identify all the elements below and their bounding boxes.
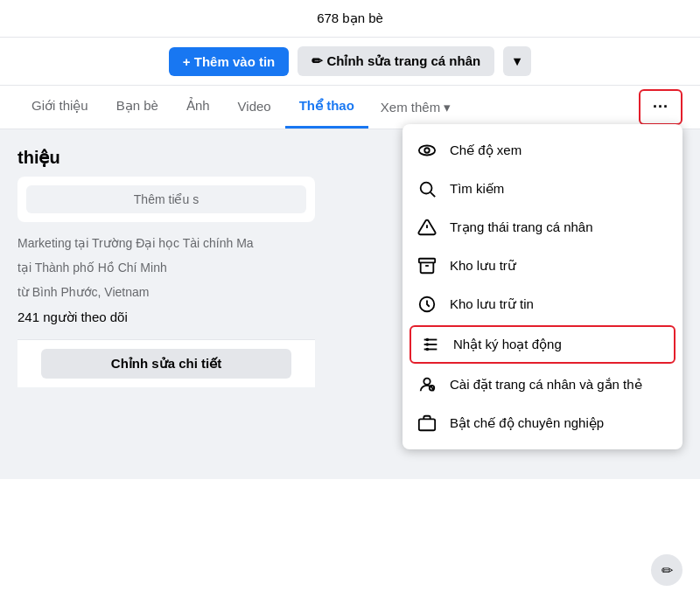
svg-point-12 bbox=[426, 339, 428, 341]
svg-line-3 bbox=[430, 192, 435, 197]
tab-ban-be[interactable]: Bạn bè bbox=[102, 86, 172, 129]
dropdown-label-trang-thai: Trạng thái trang cá nhân bbox=[450, 219, 593, 235]
svg-point-15 bbox=[424, 379, 430, 385]
dropdown-item-bat-che-do[interactable]: Bật chế độ chuyên nghiệp bbox=[402, 404, 682, 442]
briefcase-icon bbox=[416, 413, 438, 434]
nav-tabs: Giới thiệu Bạn bè Ảnh Video Thể thao Xem… bbox=[0, 86, 700, 129]
tab-video[interactable]: Video bbox=[224, 87, 285, 129]
archive-icon bbox=[416, 255, 438, 276]
add-to-story-button[interactable]: + Thêm vào tin bbox=[169, 47, 289, 76]
tab-the-thao[interactable]: Thể thao bbox=[285, 86, 368, 129]
info-item-1: tại Thành phố Hồ Chí Minh bbox=[18, 255, 315, 280]
left-panel: thiệu Thêm tiểu s Marketing tại Trường Đ… bbox=[18, 147, 315, 462]
warning-icon bbox=[416, 217, 438, 238]
add-bio-placeholder[interactable]: Thêm tiểu s bbox=[26, 185, 306, 213]
activity-log-icon bbox=[420, 334, 441, 355]
dropdown-menu: Chế độ xem Tìm kiếm Trạng thái trang cá … bbox=[402, 124, 682, 449]
svg-point-14 bbox=[426, 349, 428, 351]
tab-gioi-thieu[interactable]: Giới thiệu bbox=[18, 86, 102, 129]
settings-tag-icon bbox=[416, 374, 438, 395]
svg-point-1 bbox=[424, 148, 430, 153]
svg-point-0 bbox=[419, 146, 435, 156]
edit-details-button[interactable]: Chỉnh sửa chi tiết bbox=[41, 349, 291, 379]
dropdown-item-cai-dat[interactable]: Cài đặt trang cá nhân và gắn thẻ bbox=[402, 365, 682, 404]
pencil-icon: ✏ bbox=[662, 562, 673, 579]
dropdown-item-trang-thai[interactable]: Trạng thái trang cá nhân bbox=[402, 208, 682, 247]
dropdown-label-tim-kiem: Tìm kiếm bbox=[450, 181, 504, 197]
dropdown-item-kho-luu-tru[interactable]: Kho lưu trữ bbox=[402, 247, 682, 285]
edit-corner-button[interactable]: ✏ bbox=[651, 554, 682, 586]
svg-rect-6 bbox=[419, 259, 435, 263]
info-item-2: từ Bình Phước, Vietnam bbox=[18, 280, 315, 304]
tab-anh[interactable]: Ảnh bbox=[172, 86, 224, 129]
eye-icon bbox=[416, 140, 438, 161]
more-actions-dropdown-button[interactable]: ▾ bbox=[503, 46, 531, 76]
dropdown-item-tim-kiem[interactable]: Tìm kiếm bbox=[402, 170, 682, 208]
dropdown-item-nhat-ky[interactable]: Nhật ký hoạt động bbox=[410, 325, 676, 364]
dropdown-label-kho-luu-tru-tin: Kho lưu trữ tin bbox=[450, 296, 534, 312]
top-bar: 678 bạn bè bbox=[0, 0, 700, 38]
clock-archive-icon bbox=[416, 294, 438, 315]
edit-bar: Chỉnh sửa chi tiết bbox=[18, 339, 315, 387]
svg-point-13 bbox=[426, 344, 428, 345]
search-icon bbox=[416, 178, 438, 199]
info-item-0: Marketing tại Trường Đại học Tài chính M… bbox=[18, 231, 315, 255]
add-bio-box: Thêm tiểu s bbox=[18, 177, 315, 222]
dropdown-item-kho-luu-tru-tin[interactable]: Kho lưu trữ tin bbox=[402, 285, 682, 323]
info-item-followers: 241 người theo dõi bbox=[18, 304, 315, 330]
page-wrapper: 678 bạn bè + Thêm vào tin ✏ Chỉnh sửa tr… bbox=[0, 0, 700, 612]
dropdown-label-nhat-ky: Nhật ký hoạt động bbox=[453, 337, 562, 352]
svg-rect-21 bbox=[419, 419, 435, 430]
svg-point-2 bbox=[421, 183, 432, 194]
dropdown-label-kho-luu-tru: Kho lưu trữ bbox=[450, 258, 516, 274]
friend-count: 678 bạn bè bbox=[317, 10, 383, 26]
tab-xem-them[interactable]: Xem thêm ▾ bbox=[368, 91, 464, 124]
dropdown-label-bat-che-do: Bật chế độ chuyên nghiệp bbox=[450, 415, 604, 431]
dropdown-label-cai-dat: Cài đặt trang cá nhân và gắn thẻ bbox=[450, 377, 642, 393]
dropdown-item-che-do-xem[interactable]: Chế độ xem bbox=[402, 131, 682, 170]
dropdown-label-che-do-xem: Chế độ xem bbox=[450, 143, 522, 158]
action-buttons-row: + Thêm vào tin ✏ Chỉnh sửa trang cá nhân… bbox=[0, 38, 700, 86]
more-tabs-button[interactable]: ··· bbox=[639, 89, 682, 125]
edit-profile-button[interactable]: ✏ Chỉnh sửa trang cá nhân bbox=[298, 46, 494, 76]
section-title: thiệu bbox=[18, 147, 315, 168]
